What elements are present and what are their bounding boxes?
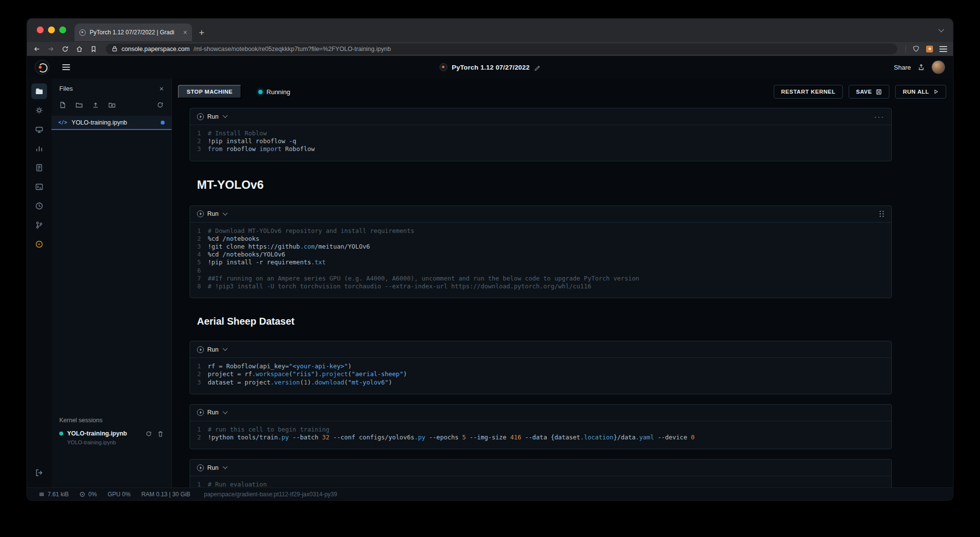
run-play-icon (197, 464, 204, 471)
cell-options-icon[interactable]: ··· (874, 113, 884, 120)
ram-usage: RAM 0.13 | 30 GiB (141, 491, 190, 498)
swagger-icon (35, 240, 44, 249)
rail-version-control-button[interactable] (31, 217, 47, 233)
cell-header: Run (190, 206, 891, 223)
logout-icon (35, 468, 44, 477)
container-image: paperspace/gradient-base:pt112-tf29-jax0… (204, 491, 337, 498)
shield-button[interactable] (912, 45, 920, 52)
kernel-session-item[interactable]: YOLO-training.ipynb (59, 430, 164, 437)
code-text: !git clone https://github.com/meituan/YO… (208, 243, 370, 251)
run-play-icon (197, 210, 204, 217)
close-panel-icon[interactable]: × (159, 85, 164, 92)
line-number: 2 (190, 137, 208, 145)
maximize-window-button[interactable] (59, 26, 66, 33)
forward-button[interactable] (47, 45, 55, 53)
network-value: 7.61 kiB (48, 491, 69, 498)
upload-icon (92, 102, 99, 108)
minimize-window-button[interactable] (48, 26, 55, 33)
restart-session-button[interactable] (146, 431, 152, 437)
forward-arrow-icon (47, 45, 55, 53)
extension-icon (926, 46, 933, 52)
markdown-heading: MT-YOLOv6 (197, 178, 953, 192)
app-header: PyTorch 1.12 07/27/2022 Share (27, 56, 953, 78)
share-icon[interactable] (918, 64, 925, 71)
line-number: 1 (190, 227, 208, 235)
line-number: 2 (190, 235, 208, 243)
user-avatar[interactable] (931, 60, 945, 74)
save-icon (876, 89, 882, 95)
code-area[interactable]: 1rf = Roboflow(api_key="<your-api-key>")… (190, 358, 891, 394)
bookmark-button[interactable] (90, 45, 98, 53)
file-item-yolo-training[interactable]: </> YOLO-training.ipynb (51, 116, 172, 130)
run-cell-button[interactable]: Run (197, 346, 227, 353)
machine-status-label: Running (267, 88, 290, 96)
rail-history-button[interactable] (31, 198, 47, 214)
app-menu-icon[interactable] (62, 64, 70, 65)
running-status-dot (258, 90, 263, 94)
tab-title: PyTorch 1.12 07/27/2022 | Gradi (90, 29, 179, 36)
restart-kernel-button[interactable]: RESTART KERNEL (774, 85, 843, 99)
rail-logs-button[interactable] (31, 160, 47, 176)
code-area[interactable]: 1# run this cell to begin training2!pyth… (190, 421, 891, 449)
layers-icon (39, 491, 45, 497)
browser-tab[interactable]: PyTorch 1.12 07/27/2022 | Gradi × (74, 24, 192, 41)
upload-file-button[interactable] (92, 102, 99, 108)
code-line: 5!pip install -r requirements.txt (190, 258, 883, 266)
rail-terminal-button[interactable] (31, 179, 47, 195)
code-text: dataset = project.version(1).download("m… (208, 379, 392, 386)
notebook-title-group: PyTorch 1.12 07/27/2022 (440, 63, 540, 71)
line-number: 7 (190, 275, 208, 282)
back-button[interactable] (33, 45, 41, 53)
code-area[interactable]: 1# Download MT-YOLOv6 repository and ins… (190, 223, 891, 298)
tab-search-chevron-icon[interactable] (938, 26, 944, 32)
chevron-down-icon (222, 210, 227, 215)
refresh-icon (157, 102, 164, 108)
code-text: rf = Roboflow(api_key="<your-api-key>") (208, 362, 352, 370)
rail-files-button[interactable] (31, 83, 47, 99)
home-button[interactable] (75, 45, 83, 53)
line-number: 3 (190, 145, 208, 153)
save-button[interactable]: SAVE (849, 85, 889, 99)
code-area[interactable]: 1# Install Roblow2!pip install roboflow … (190, 125, 891, 161)
folder-icon (35, 87, 44, 96)
stop-machine-button[interactable]: STOP MACHINE (178, 85, 242, 99)
run-cell-button[interactable]: Run (197, 409, 227, 416)
address-bar[interactable]: console.paperspace.com/ml-showcase/noteb… (106, 44, 897, 54)
run-cell-button[interactable]: Run (197, 210, 227, 217)
run-label: Run (207, 210, 219, 217)
edit-icon[interactable] (534, 64, 540, 71)
code-line: 2!python tools/train.py --batch 32 --con… (190, 434, 883, 441)
chevron-down-icon (222, 346, 227, 351)
new-tab-button[interactable]: + (199, 28, 204, 37)
rail-machine-button[interactable] (31, 122, 47, 137)
browser-menu-button[interactable] (939, 49, 947, 50)
upload-folder-button[interactable] (108, 102, 116, 108)
tab-close-icon[interactable]: × (183, 29, 187, 36)
rail-metrics-button[interactable] (31, 141, 47, 156)
code-text: # run this cell to begin training (208, 426, 329, 434)
run-cell-button[interactable]: Run (197, 113, 227, 120)
refresh-files-button[interactable] (157, 102, 164, 108)
delete-session-button[interactable] (157, 431, 164, 437)
run-label: Run (207, 113, 219, 120)
run-cell-button[interactable]: Run (197, 464, 227, 471)
cell-header: Run (190, 460, 891, 476)
close-window-button[interactable] (37, 26, 44, 33)
drag-handle-icon[interactable] (880, 211, 884, 217)
reload-button[interactable] (61, 45, 69, 53)
extension-button[interactable] (926, 46, 933, 52)
kernel-session-actions (146, 431, 164, 437)
new-folder-button[interactable] (75, 102, 83, 108)
code-area[interactable]: 1# Run evaluation (190, 476, 891, 487)
notebook-cell: Run1# run this cell to begin training2!p… (190, 404, 892, 449)
chevron-down-icon (222, 409, 227, 414)
paperspace-logo-icon[interactable] (35, 60, 49, 75)
new-file-button[interactable] (59, 102, 66, 108)
line-number: 4 (190, 251, 208, 258)
run-all-button[interactable]: RUN ALL (895, 85, 946, 99)
rail-api-docs-button[interactable] (31, 236, 47, 252)
code-text: %cd /notebooks (208, 235, 259, 243)
rail-exit-button[interactable] (31, 465, 47, 481)
share-button[interactable]: Share (894, 64, 911, 71)
rail-settings-button[interactable] (31, 102, 47, 118)
